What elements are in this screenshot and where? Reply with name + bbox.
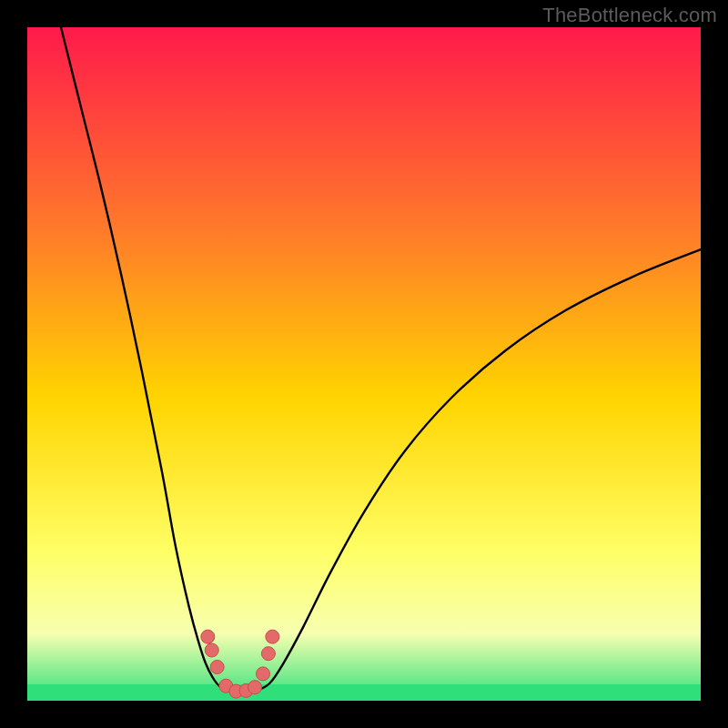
trough-marker bbox=[205, 643, 218, 657]
plot-area bbox=[27, 27, 701, 701]
watermark-text: TheBottleneck.com bbox=[542, 4, 717, 27]
trough-marker bbox=[257, 667, 270, 681]
gradient-background bbox=[27, 27, 701, 701]
trough-marker bbox=[266, 630, 279, 643]
trough-marker bbox=[210, 661, 224, 674]
trough-marker bbox=[248, 681, 262, 694]
green-band bbox=[27, 684, 701, 701]
trough-marker bbox=[201, 630, 215, 643]
trough-marker bbox=[261, 647, 275, 661]
chart-svg bbox=[27, 27, 701, 701]
outer-frame: TheBottleneck.com bbox=[0, 0, 728, 728]
